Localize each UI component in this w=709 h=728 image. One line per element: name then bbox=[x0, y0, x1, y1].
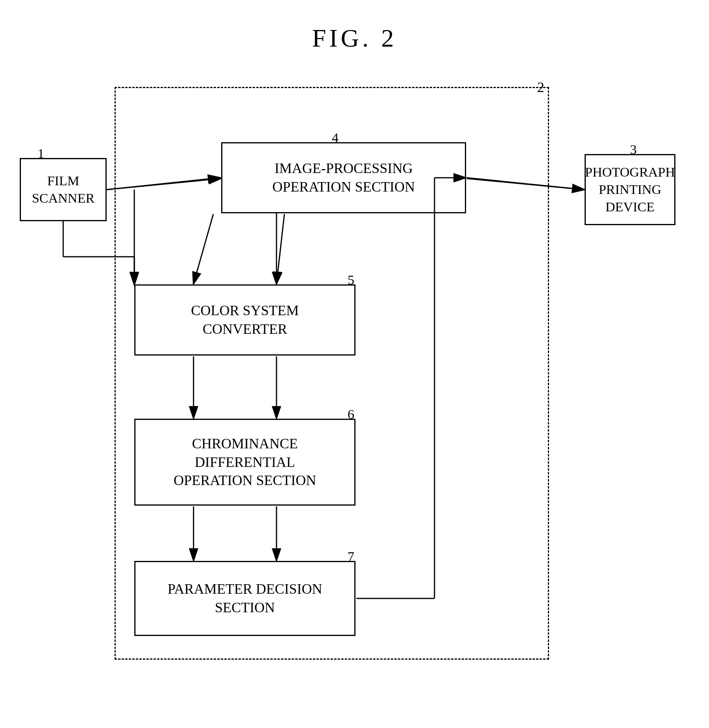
photograph-printing-box: PHOTOGRAPHPRINTINGDEVICE bbox=[585, 154, 675, 225]
chrominance-differential-box: CHROMINANCEDIFFERENTIALOPERATION SECTION bbox=[134, 419, 355, 506]
image-processing-box: IMAGE-PROCESSINGOPERATION SECTION bbox=[221, 142, 466, 213]
parameter-decision-box: PARAMETER DECISIONSECTION bbox=[134, 561, 355, 636]
color-system-converter-box: COLOR SYSTEMCONVERTER bbox=[134, 284, 355, 356]
film-scanner-box: FILMSCANNER bbox=[20, 158, 107, 221]
figure-title: FIG. 2 bbox=[0, 24, 709, 53]
